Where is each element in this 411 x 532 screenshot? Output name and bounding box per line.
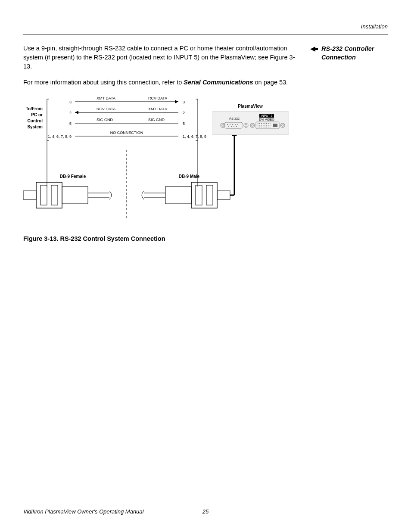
svg-rect-68 bbox=[273, 124, 277, 127]
svg-rect-57 bbox=[266, 125, 267, 126]
svg-point-34 bbox=[228, 126, 229, 127]
svg-rect-62 bbox=[261, 127, 262, 128]
svg-point-29 bbox=[227, 124, 228, 125]
svg-rect-8 bbox=[23, 191, 36, 199]
svg-rect-22 bbox=[217, 191, 230, 199]
svg-marker-3 bbox=[75, 111, 78, 114]
sig-rcv-right: RCV DATA bbox=[148, 96, 167, 100]
arrow-left-icon bbox=[310, 47, 318, 52]
footer-page-number: 25 bbox=[202, 508, 209, 515]
p2-link-text: Serial Communications bbox=[184, 79, 253, 86]
svg-point-37 bbox=[236, 126, 237, 127]
svg-rect-53 bbox=[259, 125, 260, 126]
sig-gnd-left: SIG GND bbox=[97, 118, 113, 122]
svg-rect-19 bbox=[191, 182, 217, 208]
paragraph-2: For more information about using this co… bbox=[23, 78, 297, 87]
side-column: RS-232 Controller Connection bbox=[310, 44, 388, 243]
svg-rect-67 bbox=[270, 127, 271, 128]
sig-xmt-left: XMT DATA bbox=[97, 96, 115, 100]
left-label-2: PC or bbox=[31, 112, 43, 117]
right-pin-2: 2 bbox=[183, 111, 185, 115]
svg-point-30 bbox=[230, 124, 230, 125]
svg-rect-60 bbox=[258, 127, 258, 128]
svg-rect-61 bbox=[259, 127, 260, 128]
dvi-video-label: DVI VIDEO bbox=[259, 118, 274, 121]
svg-rect-10 bbox=[40, 185, 47, 205]
svg-rect-51 bbox=[270, 123, 271, 124]
plasmaview-title: PlasmaView bbox=[238, 104, 263, 109]
svg-rect-49 bbox=[266, 123, 267, 124]
side-title-line1: RS-232 Controller bbox=[321, 45, 374, 53]
svg-marker-1 bbox=[175, 100, 178, 103]
svg-rect-20 bbox=[196, 185, 202, 205]
svg-rect-65 bbox=[266, 127, 267, 128]
figure-diagram: 3 2 5 1, 4, 6, 7, 8, 9 3 2 5 1, 4, 6, 7,… bbox=[23, 94, 297, 226]
plasmaview-device: PlasmaView RS-232 INPUT 5 DVI VIDE bbox=[213, 104, 288, 135]
svg-rect-18 bbox=[165, 187, 191, 204]
sig-gnd-right: SIG GND bbox=[148, 118, 165, 122]
left-pin-3: 3 bbox=[69, 100, 72, 104]
right-pin-5: 5 bbox=[183, 121, 185, 126]
footer-left: Vidikron PlasmaView Owner's Operating Ma… bbox=[23, 508, 143, 515]
rs232-port-label: RS-232 bbox=[229, 117, 240, 120]
svg-rect-48 bbox=[265, 123, 265, 124]
svg-rect-58 bbox=[268, 125, 269, 126]
db9-female-label: DB-9 Female bbox=[60, 174, 86, 179]
svg-rect-64 bbox=[265, 127, 265, 128]
svg-rect-55 bbox=[263, 125, 264, 126]
svg-rect-26 bbox=[213, 111, 288, 135]
svg-point-35 bbox=[231, 126, 232, 127]
svg-rect-63 bbox=[263, 127, 264, 128]
db9-male-connector bbox=[142, 182, 230, 208]
svg-point-33 bbox=[237, 124, 238, 125]
left-label-3: Control bbox=[27, 118, 43, 123]
svg-rect-66 bbox=[268, 127, 269, 128]
input5-label: INPUT 5 bbox=[261, 114, 273, 117]
sig-noconn: NO CONNECTION bbox=[110, 131, 143, 135]
svg-rect-46 bbox=[261, 123, 262, 124]
left-pins-rest: 1, 4, 6, 7, 8, 9 bbox=[48, 134, 72, 139]
header-rule bbox=[23, 34, 388, 34]
p2-post: on page 53. bbox=[253, 79, 288, 86]
svg-point-36 bbox=[234, 126, 234, 127]
svg-rect-9 bbox=[36, 182, 62, 208]
left-pin-5: 5 bbox=[69, 121, 72, 126]
svg-rect-11 bbox=[51, 185, 58, 205]
svg-rect-47 bbox=[263, 123, 264, 124]
svg-rect-54 bbox=[261, 125, 262, 126]
left-label-4: System bbox=[27, 124, 43, 129]
figure-caption: Figure 3-13. RS-232 Control System Conne… bbox=[23, 234, 297, 243]
svg-point-32 bbox=[235, 124, 236, 125]
svg-marker-71 bbox=[310, 47, 318, 52]
svg-rect-50 bbox=[268, 123, 269, 124]
svg-rect-44 bbox=[258, 123, 258, 124]
svg-rect-59 bbox=[270, 125, 271, 126]
db9-male-label: DB-9 Male bbox=[179, 174, 200, 179]
paragraph-1: Use a 9-pin, straight-through RS-232 cab… bbox=[23, 44, 297, 71]
side-heading: RS-232 Controller Connection bbox=[310, 45, 388, 62]
db9-female-connector bbox=[23, 182, 112, 208]
svg-rect-52 bbox=[258, 125, 258, 126]
sig-rcv-left: RCV DATA bbox=[97, 107, 115, 111]
p2-pre: For more information about using this co… bbox=[23, 79, 184, 86]
sig-xmt-right: XMT DATA bbox=[148, 107, 167, 111]
left-label-1: To/From bbox=[26, 106, 43, 111]
page-footer: Vidikron PlasmaView Owner's Operating Ma… bbox=[23, 508, 388, 515]
svg-rect-45 bbox=[259, 123, 260, 124]
left-pin-2: 2 bbox=[69, 111, 72, 115]
side-title-line2: Connection bbox=[321, 53, 374, 62]
svg-rect-21 bbox=[206, 185, 213, 205]
right-pin-3: 3 bbox=[183, 100, 185, 104]
svg-point-31 bbox=[232, 124, 233, 125]
body-column: Use a 9-pin, straight-through RS-232 cab… bbox=[23, 44, 297, 243]
page-header-section: Installation bbox=[23, 23, 388, 30]
svg-rect-12 bbox=[62, 187, 88, 204]
right-pins-rest: 1, 4, 6, 7, 8, 9 bbox=[183, 134, 206, 139]
svg-rect-56 bbox=[265, 125, 265, 126]
